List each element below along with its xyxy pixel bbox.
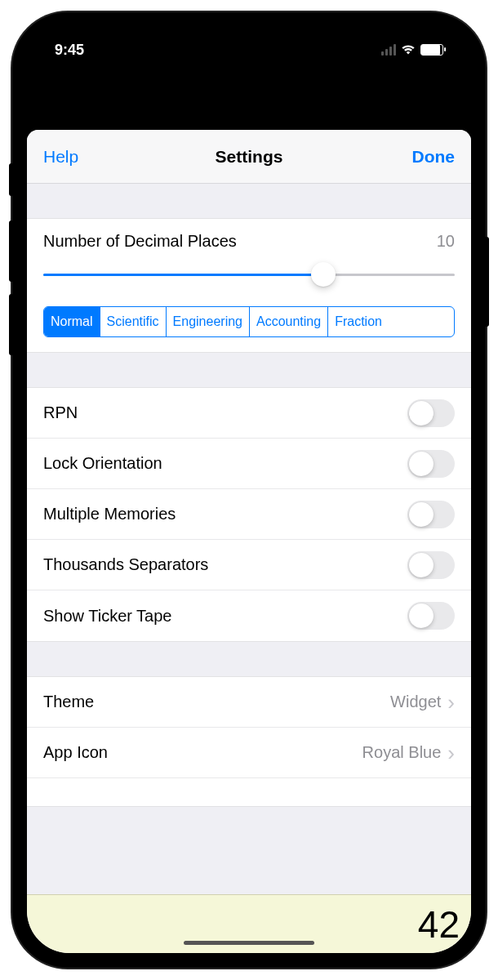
toggle-label: RPN [43,403,78,422]
toggle-row-rpn: RPN [27,388,471,439]
toggle-switch[interactable] [407,399,455,427]
format-segment-scientific[interactable]: Scientific [100,307,167,336]
wifi-icon [401,44,416,56]
toggle-label: Show Ticker Tape [43,607,172,626]
calculator-result-value: 42 [418,902,460,947]
toggle-switch[interactable] [407,501,455,528]
nav-row-theme[interactable]: ThemeWidget› [27,677,471,728]
nav-bar: Help Settings Done [27,130,471,184]
toggle-switch[interactable] [407,602,455,630]
chevron-right-icon: › [447,742,455,764]
format-segment-accounting[interactable]: Accounting [250,307,328,336]
format-segment-normal[interactable]: Normal [44,307,100,336]
status-icons [381,44,443,56]
chevron-right-icon: › [447,692,455,713]
home-indicator[interactable] [184,941,314,945]
settings-modal: Help Settings Done Number of Decimal Pla… [27,130,471,953]
nav-row-label: Theme [43,693,94,711]
toggle-label: Lock Orientation [43,454,162,473]
phone-frame: 9:45 Help Settings Done [12,12,486,968]
toggle-switch[interactable] [407,450,455,478]
cellular-signal-icon [381,44,396,56]
nav-row-value: Royal Blue [362,743,442,762]
toggle-row-lock-orientation: Lock Orientation [27,439,471,489]
decimal-places-value: 10 [437,232,455,251]
toggle-row-thousands-separators: Thousands Separators [27,540,471,590]
nav-row-value: Widget [390,693,441,711]
toggle-label: Thousands Separators [43,555,208,574]
settings-content[interactable]: Number of Decimal Places 10 NormalScient… [27,184,471,953]
decimal-places-section: Number of Decimal Places 10 NormalScient… [27,218,471,353]
slider-thumb[interactable] [311,262,336,287]
notch [151,27,347,56]
help-button[interactable]: Help [43,147,78,167]
toggle-row-show-ticker-tape: Show Ticker Tape [27,590,471,641]
decimal-places-slider[interactable] [43,262,455,287]
nav-row-app-icon[interactable]: App IconRoyal Blue› [27,728,471,778]
number-format-segmented[interactable]: NormalScientificEngineeringAccountingFra… [43,306,455,337]
toggle-switch[interactable] [407,551,455,579]
battery-icon [420,44,443,56]
nav-row-partial[interactable] [27,778,471,806]
appearance-section: ThemeWidget›App IconRoyal Blue› [27,676,471,807]
nav-row-label: App Icon [43,743,108,762]
format-segment-fraction[interactable]: Fraction [328,307,389,336]
status-time: 9:45 [55,42,84,59]
page-title: Settings [216,147,283,167]
toggles-section: RPNLock OrientationMultiple MemoriesThou… [27,387,471,642]
decimal-places-label: Number of Decimal Places [43,232,237,251]
done-button[interactable]: Done [412,147,456,167]
screen: 9:45 Help Settings Done [27,27,471,953]
toggle-label: Multiple Memories [43,505,176,523]
format-segment-engineering[interactable]: Engineering [167,307,250,336]
toggle-row-multiple-memories: Multiple Memories [27,489,471,540]
